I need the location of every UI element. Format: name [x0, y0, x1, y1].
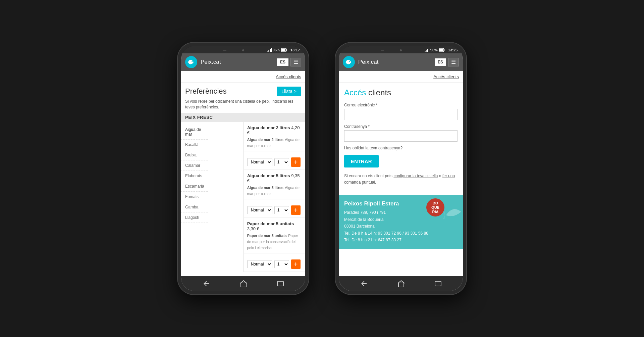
battery-percent-2: 96%: [430, 48, 438, 52]
boqueria-city: 08001 Barcelona: [344, 224, 375, 229]
normal-dropdown-2[interactable]: Normal: [247, 206, 272, 214]
product-name-3: Paper de mar 5 unitats: [247, 221, 294, 226]
product-controls-block-1: Normal 1 +: [244, 151, 305, 170]
lang-button-2[interactable]: ES: [435, 58, 446, 66]
phone-1: 96% 13:17 Peix.cat: [178, 43, 309, 294]
signal-icon: [267, 48, 272, 52]
product-block-3: Paper de mar 5 unitats 3,30 € Paper de m…: [244, 218, 305, 253]
product-name-2: Aigua de mar 5 litres: [247, 173, 290, 178]
qty-dropdown-3[interactable]: 1: [274, 260, 289, 268]
category-item-elaborats[interactable]: Elaborats: [181, 171, 208, 181]
entrar-button[interactable]: ENTRAR: [344, 155, 379, 167]
boqueria-address2: Mercat de la Boqueria: [344, 217, 383, 222]
email-input[interactable]: [344, 109, 458, 120]
access-page: Accés clients Correu electrònic * Contra…: [339, 83, 463, 191]
navbar-1: Peix.cat ES ☰: [181, 53, 305, 71]
content-1: Accés clients Preferències Llista > Si v…: [181, 71, 305, 276]
forgot-link[interactable]: Has oblidat la teva contrasenya?: [344, 146, 458, 150]
product-desc-name-3: Paper de mar 5 unitats: [247, 234, 287, 238]
recent-button-1[interactable]: [277, 280, 284, 287]
add-button-3[interactable]: +: [291, 259, 301, 269]
product-title-1: Aigua de mar 2 litres 4,20 €: [247, 125, 302, 135]
back-button-1[interactable]: [202, 280, 210, 288]
time-1: 13:17: [290, 48, 300, 52]
back-icon-2: [360, 280, 368, 288]
category-item-fumats[interactable]: Fumats: [181, 192, 208, 202]
home-icon-2: [397, 280, 405, 288]
category-item-llagosti[interactable]: Llagostí: [181, 212, 208, 223]
svg-rect-16: [439, 49, 443, 51]
boqueria-tel1-link2[interactable]: 93 301 56 88: [405, 231, 428, 236]
svg-rect-15: [444, 49, 444, 51]
boqueria-tel2-prefix: Tel. De 8 h a 21 h:: [344, 238, 378, 242]
svg-rect-10: [425, 51, 426, 52]
recent-icon: [277, 280, 284, 287]
product-desc-1: Aigua de mar 2 litres Aigua de mar per c…: [247, 136, 302, 148]
menu-button-1[interactable]: ☰: [290, 58, 301, 66]
menu-button-2[interactable]: ☰: [448, 58, 459, 66]
normal-dropdown-3[interactable]: Normal: [247, 260, 272, 268]
access-clients-link-2[interactable]: Accés clients: [433, 74, 459, 79]
category-item-bacalla[interactable]: Bacallà: [181, 140, 208, 150]
password-input[interactable]: [344, 130, 458, 142]
boqueria-address1: Parades 789, 790 i 791: [344, 210, 386, 215]
add-button-1[interactable]: +: [291, 157, 301, 167]
boqueria-tel1-link[interactable]: 93 301 72 96: [378, 231, 401, 236]
boqueria-tel1-sep: /: [401, 231, 405, 236]
product-block-1: Aigua de mar 2 litres 4,20 € Aigua de ma…: [244, 122, 305, 151]
configure-link[interactable]: configurar la teva cistella: [393, 174, 438, 178]
boqueria-logo: BOQUERIA: [426, 198, 444, 216]
product-price-3: 3,30 €: [247, 226, 259, 231]
lang-button-1[interactable]: ES: [277, 58, 288, 66]
recent-button-2[interactable]: [434, 280, 442, 287]
svg-rect-2: [270, 49, 271, 52]
category-list: Aigua de mar Bacallà Bruixa Calamar Elab…: [181, 122, 208, 272]
qty-dropdown-2[interactable]: 1: [274, 206, 289, 214]
product-desc-2: Aigua de mar 5 litres Aigua de mar per c…: [247, 184, 302, 196]
product-controls-2: Normal 1 +: [247, 205, 302, 215]
battery-icon-2: [439, 48, 445, 52]
home-button-2[interactable]: [397, 280, 405, 288]
category-item-escamarla[interactable]: Escamarlà: [181, 181, 208, 192]
product-controls-3: Normal 1 +: [247, 259, 302, 269]
product-title-3: Paper de mar 5 unitats 3,30 €: [247, 221, 302, 231]
fish-logo-icon: [187, 58, 195, 66]
status-bar-2: 96% 13:25: [339, 46, 463, 53]
svg-rect-1: [268, 50, 269, 52]
category-item-calamar[interactable]: Calamar: [181, 160, 208, 171]
category-item-gamba[interactable]: Gamba: [181, 202, 208, 212]
battery-percent-1: 96%: [273, 48, 280, 52]
pref-desc: Si vols rebre periòdicament una cistella…: [181, 97, 305, 113]
svg-rect-5: [286, 49, 287, 51]
brand-name-2: Peix.cat: [358, 59, 435, 65]
svg-rect-12: [427, 49, 428, 52]
fish-decoration-icon: [443, 202, 463, 229]
llista-button[interactable]: Llista >: [277, 87, 301, 96]
svg-rect-6: [281, 49, 285, 51]
svg-rect-18: [398, 283, 404, 287]
time-2: 13:25: [448, 48, 458, 52]
product-controls-block-3: Normal 1 +: [244, 253, 305, 272]
home-button-1[interactable]: [239, 280, 248, 288]
boqueria-banner: BOQUERIA Peixos Ripoll Estera Parades 78…: [339, 195, 463, 249]
add-button-2[interactable]: +: [291, 205, 301, 215]
phone-2: 96% 13:25 Peix.cat: [335, 43, 466, 294]
email-label: Correu electrònic *: [344, 103, 458, 107]
normal-dropdown-1[interactable]: Normal: [247, 158, 272, 166]
back-button-2[interactable]: [360, 280, 368, 288]
boqueria-tel2-number: 647 87 33 27: [378, 238, 401, 242]
svg-rect-9: [277, 281, 283, 286]
product-controls-1: Normal 1 +: [247, 157, 302, 167]
product-block-2: Aigua de mar 5 litres 9,35 € Aigua de ma…: [244, 170, 305, 199]
access-clients-link-1[interactable]: Accés clients: [276, 74, 301, 79]
svg-rect-0: [267, 51, 268, 52]
qty-dropdown-1[interactable]: 1: [274, 158, 289, 166]
no-client-text: Si encara no ets client pots configurar …: [344, 173, 458, 186]
category-item-bruixa[interactable]: Bruixa: [181, 150, 208, 160]
page-title-highlight: Accés: [344, 88, 366, 97]
categories-products-container: Aigua de mar Bacallà Bruixa Calamar Elab…: [181, 122, 305, 272]
svg-point-17: [349, 61, 350, 62]
category-item-agua[interactable]: Aigua de mar: [181, 125, 208, 140]
brand-name-1: Peix.cat: [201, 59, 277, 65]
pref-title: Preferències: [185, 87, 227, 96]
